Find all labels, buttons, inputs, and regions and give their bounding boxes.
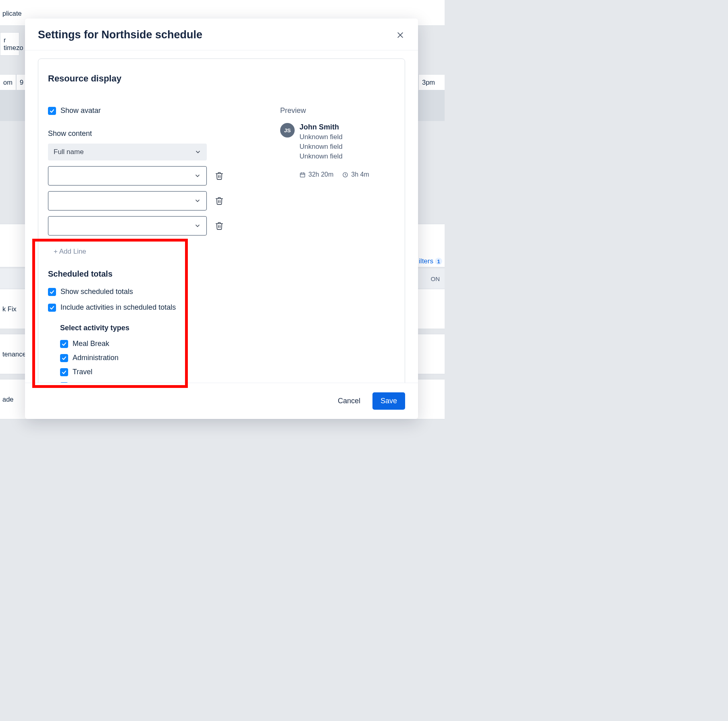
checkbox-label: Show scheduled totals [60,288,133,296]
activity-label: Meal Break [73,340,109,348]
scheduled-totals-section: Scheduled totals Show scheduled totals I… [48,269,395,383]
bg-filters[interactable]: ilters1 [419,257,442,265]
preview-unknown-field: Unknown field [300,143,369,151]
checkbox-checked-icon [60,368,68,376]
close-button[interactable] [395,30,405,40]
scheduled-totals-heading: Scheduled totals [48,269,395,279]
activity-label: Travel [73,368,92,376]
preview-unknown-field: Unknown field [300,133,369,141]
delete-line-button[interactable] [215,171,224,180]
include-activities-checkbox[interactable]: Include activities in scheduled totals [48,303,395,312]
content-select-fullname[interactable]: Full name [48,144,207,160]
checkbox-checked-icon [48,107,56,115]
delete-line-button[interactable] [215,221,224,230]
show-avatar-checkbox[interactable]: Show avatar [48,106,224,115]
checkbox-checked-icon [60,354,68,362]
bg-row-label: ade [2,396,14,403]
clock-icon [342,172,348,178]
cancel-button[interactable]: Cancel [330,392,368,410]
select-activity-types-heading: Select activity types [60,324,395,332]
svg-rect-2 [300,173,305,177]
modal-body: Resource display Show avatar Show conten… [25,50,418,383]
modal-footer: Cancel Save [25,383,418,419]
checkbox-checked-icon [48,304,56,312]
bg-row-label: k Fix [2,305,17,313]
bg-time-label: om [3,79,12,86]
chevron-down-icon [194,198,201,204]
bg-row-label: tenance [2,350,26,358]
chevron-down-icon [194,223,201,229]
checkbox-checked-icon [60,340,68,348]
show-content-label: Show content [48,129,224,138]
activity-checkbox-meal-break[interactable]: Meal Break [60,340,395,348]
show-avatar-label: Show avatar [60,106,101,115]
preview-name: John Smith [300,123,369,131]
add-line-button[interactable]: + Add Line [48,248,224,256]
content-select-4[interactable] [48,216,207,235]
resource-display-heading: Resource display [48,73,395,84]
bg-time-label: 9 [20,79,23,86]
modal-header: Settings for Northside schedule [25,19,418,50]
bg-on-label: ON [431,275,440,282]
bg-timezone-label: r timezo [4,36,23,52]
calendar-icon [300,172,306,178]
bg-time-label: 3pm [422,79,435,86]
chevron-down-icon [195,149,201,155]
bg-menu-item[interactable]: plicate [2,10,22,17]
delete-line-button[interactable] [215,196,224,205]
checkbox-checked-icon [48,288,56,296]
activity-checkbox-travel[interactable]: Travel [60,368,395,376]
preview-label: Preview [280,106,395,115]
resource-display-panel: Resource display Show avatar Show conten… [38,58,405,383]
settings-modal: Settings for Northside schedule Resource… [25,19,418,419]
preview-unknown-field: Unknown field [300,152,369,160]
preview-hours: 32h 20m [300,171,333,178]
chevron-down-icon [194,173,201,179]
avatar: JS [280,123,295,138]
content-select-3[interactable] [48,191,207,210]
show-scheduled-totals-checkbox[interactable]: Show scheduled totals [48,288,395,296]
select-value: Full name [54,148,84,156]
preview-card: JS John Smith Unknown field Unknown fiel… [280,123,395,178]
preview-time: 3h 4m [342,171,369,178]
save-button[interactable]: Save [372,392,405,410]
modal-title: Settings for Northside schedule [38,29,202,41]
content-select-2[interactable] [48,166,207,185]
checkbox-label: Include activities in scheduled totals [60,303,176,312]
activity-label: Administration [73,354,119,362]
activity-checkbox-administration[interactable]: Administration [60,354,395,362]
